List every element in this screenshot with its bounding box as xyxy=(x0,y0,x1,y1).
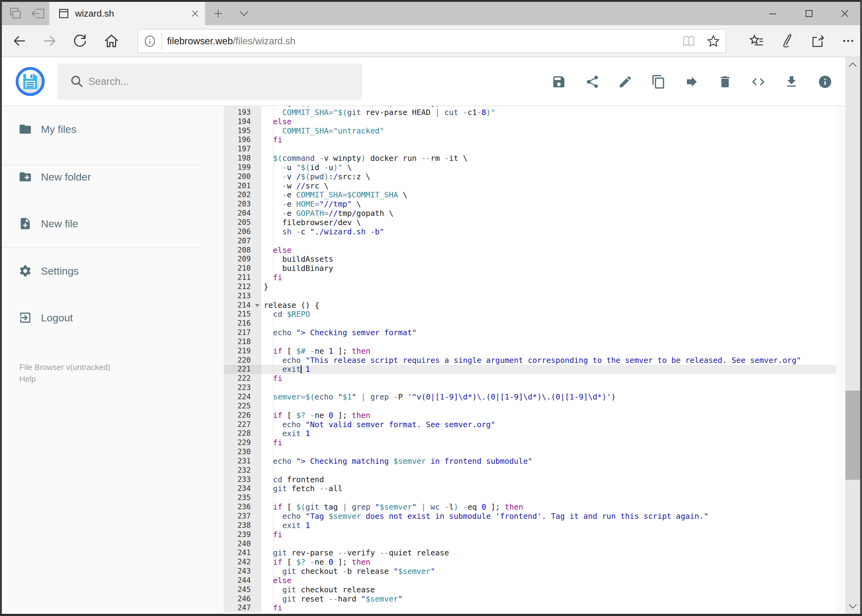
code-line[interactable]: 217 echo "> Checking semver format" xyxy=(224,328,836,337)
scrollbar[interactable] xyxy=(845,57,860,614)
code-line[interactable]: 193 COMMIT_SHA="$(git rev-parse HEAD | c… xyxy=(224,108,836,117)
scroll-down-icon[interactable] xyxy=(845,599,860,614)
minimize-icon[interactable] xyxy=(758,2,787,25)
scrollbar-thumb[interactable] xyxy=(845,391,860,480)
code-line[interactable]: 228 exit 1 xyxy=(224,429,836,438)
more-icon[interactable] xyxy=(834,25,862,57)
code-line[interactable]: 223 xyxy=(224,383,836,393)
code-line[interactable]: 240 xyxy=(224,539,836,548)
code-line[interactable]: 237 echo "Tag $semver does not exist in … xyxy=(224,512,836,521)
code-line[interactable]: 229 fi xyxy=(224,438,836,448)
code-line[interactable]: 243 git checkout -b release "$semver" xyxy=(224,567,836,576)
code-line[interactable]: 238 exit 1 xyxy=(224,521,836,530)
code-line[interactable]: 215 cd $REPO xyxy=(224,310,836,319)
code-line[interactable]: 197 xyxy=(224,145,836,154)
code-line[interactable]: 226 if [ $? -ne 0 ]; then xyxy=(224,411,836,420)
code-line[interactable]: 235 xyxy=(224,493,836,503)
annotate-pen-icon[interactable] xyxy=(773,25,801,57)
code-line[interactable]: 242 if [ $? -ne 0 ]; then xyxy=(224,558,836,567)
code-line[interactable]: 202 -e COMMIT_SHA=$COMMIT_SHA \ xyxy=(224,190,836,200)
code-line[interactable]: 205 filebrowser/dev \ xyxy=(224,218,836,227)
code-line[interactable]: 201 -w //src \ xyxy=(224,181,836,191)
code-line[interactable]: 233 cd frontend xyxy=(224,475,836,484)
code-editor[interactable]: 192 if [ "$(command -v docker)" != "" ];… xyxy=(224,106,836,614)
share-button[interactable] xyxy=(584,74,601,90)
info-button[interactable] xyxy=(817,74,834,90)
code-line[interactable]: 211 fi xyxy=(224,273,836,282)
help-link[interactable]: Help xyxy=(19,373,110,385)
code-line[interactable]: 236 if [ $(git tag | grep "$semver" | wc… xyxy=(224,503,836,512)
code-line[interactable]: 231 echo "> Checking matching $semver in… xyxy=(224,457,836,466)
refresh-icon[interactable] xyxy=(66,25,94,57)
share-icon[interactable] xyxy=(804,25,832,57)
move-button[interactable] xyxy=(684,74,700,90)
back-icon[interactable] xyxy=(6,25,33,57)
code-line[interactable]: 244 else xyxy=(224,576,836,585)
code-line[interactable]: 199 -u "$(id -u)" \ xyxy=(224,163,836,172)
filebrowser-logo[interactable] xyxy=(16,67,45,96)
sidebar-item-logout[interactable]: Logout xyxy=(2,304,200,332)
code-line[interactable]: 230 xyxy=(224,448,836,457)
hub-icon[interactable] xyxy=(742,25,770,57)
code-line[interactable]: 227 echo "Not valid semver format. See s… xyxy=(224,420,836,429)
code-line[interactable]: 222 fi xyxy=(224,374,836,383)
sidebar-item-new-folder[interactable]: New folder xyxy=(2,163,200,191)
url-text[interactable]: filebrowser.web/files/wizard.sh xyxy=(167,36,676,47)
code-line[interactable]: 213 xyxy=(224,292,836,301)
fold-arrow-icon[interactable] xyxy=(255,304,259,307)
code-line[interactable]: 208 else xyxy=(224,246,836,255)
code-line[interactable]: 218 xyxy=(224,337,836,347)
code-line[interactable]: 200 -v /$(pwd):/src:z \ xyxy=(224,172,836,181)
copy-button[interactable] xyxy=(650,74,667,90)
code-line[interactable]: 214release () { xyxy=(224,301,836,310)
code-line[interactable]: 225 xyxy=(224,402,836,411)
tab-preview-icon[interactable] xyxy=(6,2,25,25)
maximize-icon[interactable] xyxy=(794,2,824,25)
favorite-star-icon[interactable] xyxy=(701,30,726,53)
code-line[interactable]: 210 buildBinary xyxy=(224,264,836,273)
code-line[interactable]: 209 buildAssets xyxy=(224,255,836,264)
code-line[interactable]: 216 xyxy=(224,319,836,328)
code-line[interactable]: 219 if [ $# -ne 1 ]; then xyxy=(224,347,836,356)
scroll-up-icon[interactable] xyxy=(845,57,860,72)
forward-icon[interactable] xyxy=(36,25,64,57)
sidebar-item-my-files[interactable]: My files xyxy=(2,115,200,143)
code-line[interactable]: 194 else xyxy=(224,117,836,126)
new-tab-icon[interactable] xyxy=(207,2,229,25)
url-bar[interactable]: filebrowser.web/files/wizard.sh xyxy=(137,29,726,53)
code-line[interactable]: 212} xyxy=(224,282,836,292)
tabs-set-aside-icon[interactable] xyxy=(28,2,48,25)
code-line[interactable]: 207 xyxy=(224,236,836,246)
code-line[interactable]: 204 -e GOPATH=//tmp/gopath \ xyxy=(224,209,836,218)
edit-button[interactable] xyxy=(617,74,633,90)
tab-close-icon[interactable] xyxy=(186,5,204,22)
code-line[interactable]: 232 xyxy=(224,466,836,475)
raw-code-button[interactable] xyxy=(750,74,767,90)
code-line[interactable]: 234 git fetch --all xyxy=(224,484,836,493)
save-button[interactable] xyxy=(550,74,567,90)
code-line[interactable]: 246 git reset --hard "$semver" xyxy=(224,594,836,604)
sidebar-item-new-file[interactable]: New file xyxy=(2,210,200,237)
code-line[interactable]: 245 git checkout release xyxy=(224,585,836,594)
download-button[interactable] xyxy=(783,74,800,90)
code-line[interactable]: 247 fi xyxy=(224,603,836,613)
code-line[interactable]: 206 sh -c "./wizard.sh -b" xyxy=(224,227,836,236)
home-icon[interactable] xyxy=(98,25,125,57)
search-input[interactable]: Search... xyxy=(58,63,362,100)
reading-view-icon[interactable] xyxy=(676,30,701,53)
site-info-icon[interactable] xyxy=(138,35,162,48)
window-close-icon[interactable] xyxy=(830,2,859,25)
code-line[interactable]: 239 fi xyxy=(224,530,836,539)
code-line[interactable]: 198 $(command -v winpty) docker run --rm… xyxy=(224,154,836,163)
code-line[interactable]: 196 fi xyxy=(224,135,836,145)
code-line[interactable]: 195 COMMIT_SHA="untracked" xyxy=(224,126,836,136)
code-line[interactable]: 241 git rev-parse --verify --quiet relea… xyxy=(224,548,836,558)
tab-wizard-sh[interactable]: wizard.sh xyxy=(49,2,205,25)
code-line[interactable]: 203 -e HOME="//tmp" \ xyxy=(224,200,836,209)
code-line[interactable]: 224 semver=$(echo "$1" | grep -P '^v(0|[… xyxy=(224,393,836,402)
code-line[interactable]: 221 exit 1 xyxy=(224,365,836,374)
tab-list-chevron-icon[interactable] xyxy=(233,2,255,25)
code-line[interactable]: 220 echo "This release script requires a… xyxy=(224,356,836,365)
delete-button[interactable] xyxy=(717,74,733,90)
sidebar-item-settings[interactable]: Settings xyxy=(2,257,200,285)
